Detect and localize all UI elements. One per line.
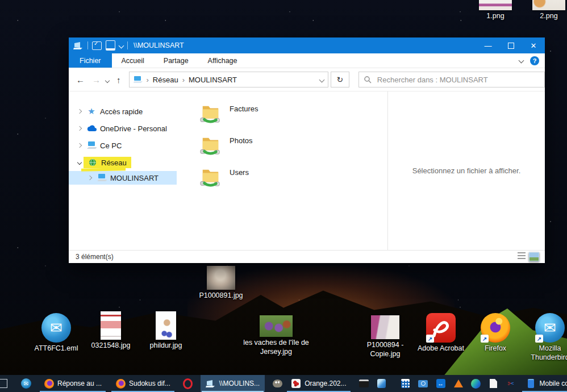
forward-button[interactable]: → <box>92 75 101 85</box>
image-thumbnail <box>260 315 293 337</box>
search-box[interactable] <box>358 72 545 87</box>
icon-label: phildur.jpg <box>143 341 189 351</box>
desktop-icon-thunderbird[interactable]: ✉ ↗ Mozilla Thunderbird <box>526 313 567 362</box>
title-bar[interactable]: \\MOULINSART — ✕ <box>69 37 545 53</box>
file-list: Factures Photos <box>177 91 387 250</box>
chevron-down-icon[interactable] <box>76 161 84 164</box>
sidebar-item-onedrive[interactable]: OneDrive - Personal <box>69 120 177 137</box>
thunderbird-taskbar-icon[interactable]: ✉ <box>21 378 31 389</box>
new-folder-icon[interactable] <box>106 40 115 51</box>
help-icon[interactable]: ? <box>530 56 539 65</box>
explorer-app-icon <box>73 41 84 50</box>
computer-icon <box>96 173 107 182</box>
phone-icon <box>526 378 536 389</box>
document-thumbnail <box>101 311 121 340</box>
chevron-right-icon[interactable] <box>76 110 84 113</box>
details-view-button[interactable] <box>518 252 526 260</box>
icon-label: 0321548.jpg <box>87 341 134 351</box>
photo-viewer-icon <box>291 378 301 389</box>
minimize-button[interactable]: — <box>477 37 499 53</box>
address-bar[interactable]: › Réseau › MOULINSART <box>129 72 328 87</box>
thunderbird-icon: ✉ <box>41 313 71 343</box>
folder-item-photos[interactable]: Photos <box>199 129 387 161</box>
tab-fichier[interactable]: Fichier <box>69 53 112 68</box>
navigation-toolbar: ← → ↑ › Réseau › MOULINSART ↻ <box>69 68 545 91</box>
firefox-icon <box>116 379 126 389</box>
item-count: 3 élément(s) <box>76 253 114 261</box>
onedrive-cloud-icon <box>86 124 97 133</box>
desktop-icon-p1000891[interactable]: P1000891.jpg <box>199 266 243 301</box>
calculator-icon[interactable] <box>401 378 411 389</box>
taskbar-button-moulinsart[interactable]: \\MOULINS... <box>201 375 265 392</box>
terminal-icon[interactable] <box>359 378 369 389</box>
chevron-right-icon[interactable] <box>76 144 84 147</box>
maximize-button[interactable] <box>499 37 522 53</box>
folder-item-factures[interactable]: Factures <box>199 97 387 129</box>
tab-accueil[interactable]: Accueil <box>112 53 154 68</box>
desktop-icon-0321548[interactable]: 0321548.jpg <box>87 311 134 351</box>
opera-icon[interactable] <box>183 378 193 389</box>
chevron-right-icon[interactable] <box>76 127 84 130</box>
marker-highlight: Réseau <box>84 157 131 168</box>
file-explorer-icon <box>206 378 216 389</box>
ribbon-expand-icon[interactable] <box>519 58 524 64</box>
notebook-icon[interactable] <box>377 378 387 389</box>
address-dropdown-icon[interactable] <box>319 77 324 82</box>
breadcrumb-separator: › <box>182 76 185 84</box>
desktop-icon-phildur[interactable]: phildur.jpg <box>143 311 189 351</box>
taskbar-button-reponse[interactable]: Réponse au ... <box>39 375 107 392</box>
chevron-right-icon[interactable] <box>86 176 94 180</box>
search-input[interactable] <box>376 75 540 85</box>
tab-affichage[interactable]: Affichage <box>198 53 247 68</box>
breadcrumb-reseau[interactable]: Réseau <box>153 76 178 84</box>
desktop-icon-p1000894-copie[interactable]: P1000894 - Copie.jpg <box>362 315 408 358</box>
up-button[interactable]: ↑ <box>116 75 121 85</box>
taskview-partial-icon[interactable] <box>0 378 9 389</box>
icon-label: les vaches de l'île de Jersey.jpg <box>234 339 318 356</box>
computer-icon <box>86 141 97 150</box>
desktop-icon-att6fc1[interactable]: ✉ ATT6FC1.eml <box>31 313 81 353</box>
shared-folder-icon <box>199 135 221 155</box>
file-explorer-window: \\MOULINSART — ✕ Fichier Accueil Partage… <box>69 37 545 263</box>
icon-label: 2.png <box>528 12 567 21</box>
scissors-icon[interactable]: ✂ <box>506 378 516 389</box>
back-button[interactable]: ← <box>76 75 85 85</box>
properties-icon[interactable] <box>92 41 102 50</box>
edge-icon[interactable] <box>471 378 481 389</box>
shortcut-arrow-icon: ↗ <box>426 335 434 343</box>
sidebar-item-moulinsart[interactable]: MOULINSART <box>69 171 177 185</box>
navigation-pane: ★ Accès rapide OneDrive - Personal Ce PC <box>69 91 177 250</box>
status-bar: 3 élément(s) <box>69 250 545 263</box>
gimp-icon[interactable] <box>272 378 282 389</box>
desktop-icon-vaches-jersey[interactable]: les vaches de l'île de Jersey.jpg <box>234 315 318 356</box>
sidebar-item-acces-rapide[interactable]: ★ Accès rapide <box>69 103 177 120</box>
vlc-icon[interactable] <box>453 378 464 389</box>
network-globe-icon <box>87 158 98 167</box>
desktop-icon-2png[interactable]: 2.png <box>528 0 567 21</box>
desktop-icon-adobe-acrobat[interactable]: ↗ Adobe Acrobat <box>415 313 466 353</box>
qat-dropdown-icon[interactable] <box>119 43 124 48</box>
document-icon[interactable] <box>489 378 499 389</box>
taskbar-button-sudokus[interactable]: Sudokus dif... <box>110 375 176 392</box>
image-thumbnail <box>479 0 512 10</box>
taskbar-button-orange[interactable]: Orange.202... <box>286 375 351 392</box>
large-icons-view-button[interactable] <box>529 252 539 261</box>
tab-partage[interactable]: Partage <box>154 53 198 68</box>
divider <box>127 41 128 49</box>
screen-capture-icon[interactable] <box>418 378 428 389</box>
sidebar-item-reseau[interactable]: Réseau <box>69 154 177 171</box>
desktop-icon-firefox[interactable]: ↗ Firefox <box>473 313 518 353</box>
teamviewer-icon[interactable]: ↔ <box>436 378 446 389</box>
shortcut-arrow-icon: ↗ <box>481 335 489 343</box>
icon-label: ATT6FC1.eml <box>31 344 81 353</box>
desktop-icon-1png[interactable]: 1.png <box>475 0 516 21</box>
image-thumbnail <box>371 315 399 339</box>
refresh-button[interactable]: ↻ <box>331 72 349 87</box>
taskbar-button-mobile[interactable]: Mobile con... <box>521 375 567 392</box>
breadcrumb-moulinsart[interactable]: MOULINSART <box>189 76 237 84</box>
sidebar-item-ce-pc[interactable]: Ce PC <box>69 137 177 154</box>
close-button[interactable]: ✕ <box>522 37 545 53</box>
folder-item-users[interactable]: Users <box>199 161 387 193</box>
history-dropdown-icon[interactable] <box>106 76 109 84</box>
taskbar: ✉ Réponse au ... Sudokus dif... \\MOULIN… <box>0 375 567 392</box>
